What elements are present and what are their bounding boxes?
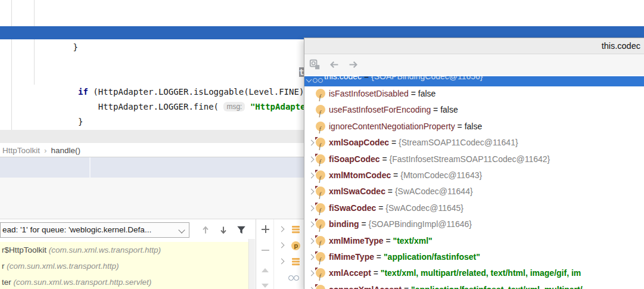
field-row[interactable]: fiSwaCodec = {SwACodec@11645} (304, 200, 644, 216)
field-row[interactable]: useFastInfosetForEncoding = false (304, 102, 644, 118)
scroll-up-icon[interactable] (262, 268, 269, 272)
field-value: "text/xml, multipart/related, text/html,… (381, 268, 581, 278)
show-declared-type-icon[interactable] (309, 59, 321, 70)
field-icon (316, 203, 325, 213)
forward-arrow-icon[interactable] (347, 59, 359, 70)
expand-chevron-icon[interactable] (279, 243, 284, 247)
expand-chevron-icon[interactable] (309, 173, 313, 178)
evaluate-popup: this.codec this.codec = {SOAPBindingCode… (304, 38, 644, 289)
scroll-down-icon[interactable] (262, 284, 269, 288)
frames-pane: ead: '1' for queue: 'weblogic.kernel.Def… (0, 219, 256, 289)
equals-sign: = (391, 170, 400, 180)
frame-method: r (2, 262, 7, 271)
equals-sign: = (455, 122, 465, 131)
breadcrumb-method[interactable]: handle() (51, 146, 81, 155)
equals-sign: = (409, 89, 418, 98)
field-row[interactable]: fiSoapCodec = {FastInfosetStreamSOAP11Co… (304, 151, 644, 167)
popup-header[interactable]: this.codec (304, 38, 644, 54)
expand-chevron-icon[interactable] (309, 254, 313, 259)
variable-type-icon (291, 241, 300, 250)
field-value: {SwACodec@11645} (385, 203, 463, 213)
field-icon (316, 89, 325, 98)
field-row[interactable]: binding = {SOAPBindingImpl@11646} (304, 216, 644, 232)
equals-sign: = (385, 187, 395, 196)
expand-chevron-icon[interactable] (309, 222, 313, 226)
field-icon (316, 170, 325, 180)
field-value: "text/xml" (393, 236, 433, 246)
field-icon (316, 252, 325, 262)
expand-chevron-icon[interactable] (309, 206, 313, 210)
field-row[interactable]: xmlMimeType = "text/xml" (304, 233, 644, 249)
expand-chevron-icon[interactable] (309, 157, 313, 161)
field-row[interactable]: fiMimeType = "application/fastinfoset" (304, 249, 644, 265)
field-row[interactable]: xmlMtomCodec = {MtomCodec@11643} (304, 167, 644, 184)
expand-chevron-icon[interactable] (279, 259, 284, 263)
field-value: {MtomCodec@11643} (400, 170, 482, 180)
code-line[interactable] (0, 10, 644, 25)
variable-row[interactable] (274, 238, 307, 254)
field-row[interactable]: connegXmlAccept = "application/fastinfos… (304, 282, 644, 289)
field-name: xmlSoapCodec (329, 138, 389, 147)
equals-sign: = (384, 236, 393, 246)
variable-type-icon (288, 274, 297, 282)
variable-type-icon (291, 225, 300, 234)
frames-scrollbar[interactable] (248, 239, 255, 289)
field-value: false (440, 105, 458, 114)
thread-dropdown[interactable]: ead: '1' for queue: 'weblogic.kernel.Def… (0, 222, 189, 238)
equals-sign: = (362, 76, 371, 81)
popup-toolbar (304, 54, 644, 75)
field-row[interactable]: xmlSoapCodec = {StreamSOAP11Codec@11641} (304, 135, 644, 151)
variable-row[interactable] (274, 270, 307, 286)
stack-frame-row[interactable]: r (com.sun.xml.ws.transport.http) (0, 258, 248, 274)
field-row[interactable]: xmlSwaCodec = {SwACodec@11644} (304, 184, 644, 200)
field-value: {SwACodec@11644} (395, 187, 473, 196)
field-name: isFastInfosetDisabled (329, 89, 409, 98)
field-name: connegXmlAccept (329, 285, 402, 289)
field-name: useFastInfosetForEncoding (329, 105, 431, 114)
equals-sign: = (376, 203, 385, 213)
back-arrow-icon[interactable] (329, 59, 340, 70)
chevron-down-icon (178, 226, 185, 233)
expand-chevron-icon[interactable] (309, 238, 313, 243)
field-value: {FastInfosetStreamSOAP11Codec@11642} (390, 154, 550, 164)
variable-type-icon (291, 257, 300, 266)
field-row[interactable]: xmlAccept = "text/xml, multipart/related… (304, 265, 644, 281)
expand-chevron-icon[interactable] (279, 226, 284, 231)
expand-chevron-icon[interactable] (309, 189, 313, 194)
variable-row[interactable] (274, 286, 307, 289)
move-down-icon[interactable] (218, 225, 229, 235)
equals-sign: = (380, 154, 390, 164)
variable-row[interactable] (274, 222, 307, 238)
field-row[interactable]: isFastInfosetDisabled = false (304, 86, 644, 102)
popup-root-row[interactable]: this.codec = {SOAPBindingCodec@11656} (304, 76, 644, 86)
add-watch-icon[interactable] (262, 225, 269, 233)
stack-frame-row[interactable]: r$HttpToolkit (com.sun.xml.ws.transport.… (0, 242, 248, 258)
field-value: "application/fastinfoset" (384, 252, 480, 262)
collapse-chevron-icon[interactable] (306, 77, 311, 82)
field-icon (316, 122, 325, 131)
field-value: {StreamSOAP11Codec@11641} (399, 138, 518, 147)
popup-field-list: this.codec = {SOAPBindingCodec@11656} is… (304, 75, 644, 289)
equals-sign: = (371, 268, 381, 278)
root-value: {SOAPBindingCodec@11656} (371, 76, 483, 81)
variables-toolbar-column (256, 219, 274, 289)
field-name: fiMimeType (329, 252, 374, 262)
field-row[interactable]: ignoreContentNegotiationProperty = false (304, 119, 644, 135)
field-icon (316, 154, 325, 164)
variable-row[interactable] (274, 254, 307, 270)
variables-tree (274, 219, 307, 289)
breadcrumb-class[interactable]: HttpToolkit (2, 146, 40, 155)
expand-chevron-icon[interactable] (309, 140, 313, 145)
equals-sign: = (389, 138, 399, 147)
popup-title: this.codec (602, 38, 640, 54)
filter-icon[interactable] (236, 225, 247, 235)
frame-method: ter (2, 278, 14, 287)
stack-frame-row[interactable]: ter (com.sun.xml.ws.transport.http.servl… (0, 274, 248, 289)
remove-watch-icon[interactable] (262, 250, 269, 251)
move-up-icon[interactable] (200, 225, 211, 235)
field-name: xmlAccept (329, 268, 371, 278)
code-line[interactable]: } (0, 0, 644, 10)
expand-chevron-icon[interactable] (309, 271, 313, 275)
field-value: false (418, 89, 436, 98)
field-value: false (465, 122, 483, 131)
